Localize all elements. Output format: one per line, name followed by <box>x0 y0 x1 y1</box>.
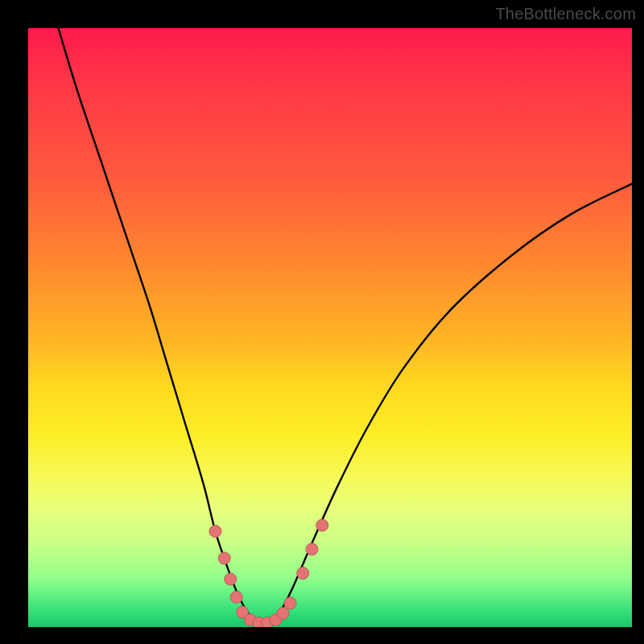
curve-marker <box>218 552 230 564</box>
curve-marker <box>225 573 237 585</box>
curve-marker <box>297 568 309 580</box>
curve-marker <box>209 525 221 537</box>
chart-frame: TheBottleneck.com <box>0 0 644 644</box>
curve-marker <box>277 607 289 619</box>
curve-marker <box>230 591 242 603</box>
curve-marker <box>316 519 328 531</box>
watermark-text: TheBottleneck.com <box>495 5 636 23</box>
curve-marker <box>284 597 296 609</box>
bottleneck-curve-svg <box>28 28 632 627</box>
bottleneck-curve <box>59 28 633 624</box>
plot-area <box>28 28 632 627</box>
curve-markers <box>209 519 328 627</box>
curve-marker <box>306 543 318 555</box>
